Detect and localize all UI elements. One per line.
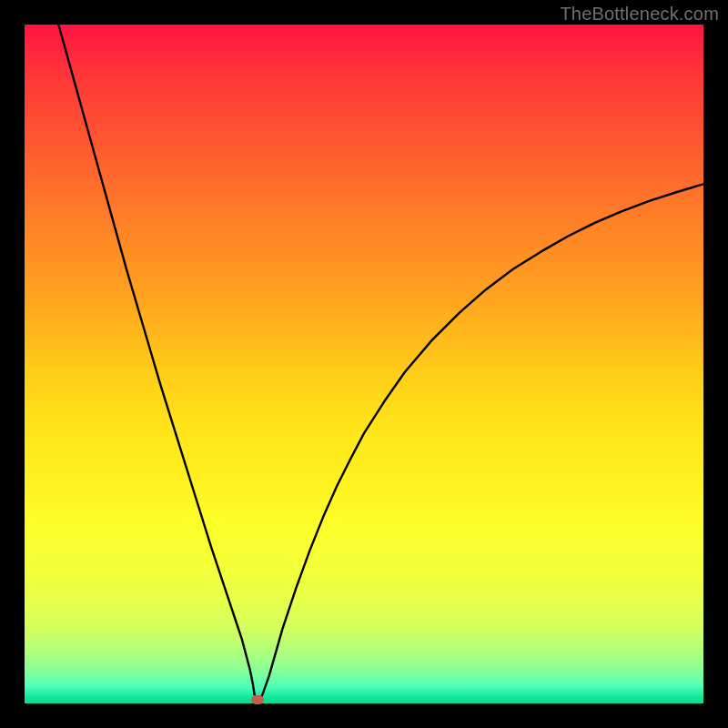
plot-area — [25, 25, 703, 703]
watermark-text: TheBottleneck.com — [560, 4, 719, 25]
bottleneck-curve — [25, 25, 703, 703]
chart-frame: TheBottleneck.com — [0, 0, 728, 728]
optimal-point-marker — [251, 695, 264, 704]
